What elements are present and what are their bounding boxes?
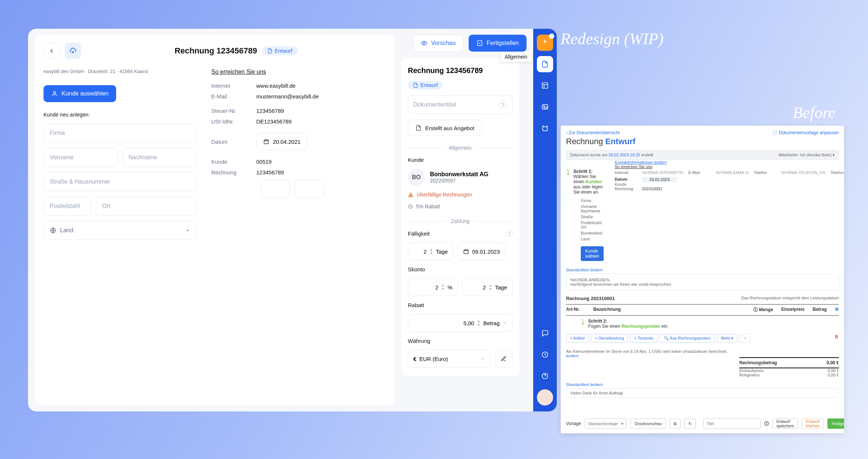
bf-stdtext-link-2[interactable]: Standardtext ändern — [566, 382, 839, 387]
help-icon[interactable]: ? — [499, 101, 507, 109]
stepper-icon[interactable]: ▲▼ — [477, 319, 480, 327]
document-title-input[interactable]: Dokumententitel ? — [408, 95, 513, 114]
info-icon[interactable]: ⓘ — [764, 421, 769, 427]
bf-step2: ⤵ Schritt 2:Fügen Sie einen Rechnungspos… — [581, 319, 839, 329]
due-label: Fälligkeit ? — [408, 230, 513, 237]
nav-shop[interactable] — [537, 120, 553, 136]
discount-badge: 5% Rabatt — [408, 204, 513, 209]
v-email: mustermann@easybill.de — [256, 93, 319, 100]
bf-finish-button[interactable]: Fertigstellen — [827, 418, 844, 429]
due-date-picker[interactable]: 09.01.2023 — [458, 243, 505, 260]
redesign-label: Redesign (WIP) — [560, 29, 664, 48]
nav-chat[interactable] — [537, 325, 553, 341]
bf-add-row: + Artikel + Dienstleistung + Textzeile 🔍… — [566, 334, 839, 342]
bf-preview-button[interactable]: Druckvorschau — [631, 418, 666, 429]
customer-row[interactable]: BO Bonbonwerkstatt AG 202200597 — [408, 169, 513, 186]
stepper-icon[interactable]: ▲▼ — [430, 248, 433, 255]
svg-point-3 — [423, 42, 425, 44]
side-status-badge: Entwurf — [408, 81, 443, 90]
date-picker[interactable]: 20.04.2021 — [256, 133, 308, 150]
trash-icon[interactable]: 🗑 — [834, 334, 839, 342]
select-customer-button[interactable]: Kunde auswählen — [44, 85, 116, 102]
v-customer: 00519 — [256, 159, 272, 165]
v-taxno: 123456789 — [256, 108, 284, 114]
street-field[interactable] — [44, 172, 197, 191]
due-help-icon[interactable]: ? — [506, 230, 513, 237]
nav-layout[interactable] — [537, 77, 553, 94]
bf-title-input[interactable] — [703, 418, 761, 429]
bf-add-more[interactable]: Mehr ▾ — [717, 334, 737, 342]
preview-button[interactable]: Vorschau — [413, 35, 463, 52]
bf-add-service[interactable]: + Dienstleistung — [591, 334, 628, 342]
cloud-sync-icon[interactable] — [65, 43, 81, 59]
firstname-field[interactable] — [44, 148, 118, 167]
bf-address-block: FirmaVorname NachnameStraßePostleitzahl … — [581, 198, 604, 241]
company-field[interactable] — [44, 124, 197, 143]
from-offer-button[interactable]: Erstellt aus Angebot — [408, 120, 482, 136]
finish-label: Fertigstellen — [487, 40, 519, 46]
bf-address-line: Bundesland — [581, 231, 604, 235]
bf-address-line: Land — [581, 237, 604, 241]
side-nav: Allgemein — [533, 29, 557, 411]
gear-icon[interactable]: ⚙ — [835, 307, 839, 313]
bf-refresh[interactable]: ↻ — [684, 418, 696, 429]
nav-notification[interactable] — [537, 35, 553, 51]
skonto-days-stepper[interactable]: ▲▼ Tage — [462, 278, 513, 296]
bf-contact-row: Internet%FIRMA.INTERNET% — [615, 170, 683, 175]
before-label: Before — [793, 103, 836, 122]
stepper-icon[interactable]: ▲▼ — [489, 284, 492, 291]
bf-select-customer-button[interactable]: Kunde wählen — [581, 246, 604, 261]
due-date-value: 09.01.2023 — [472, 248, 500, 255]
skonto-days[interactable] — [473, 284, 486, 291]
nav-document[interactable] — [537, 56, 553, 72]
skonto-pct-stepper[interactable]: ▲▼ % — [408, 278, 458, 296]
skonto-days-unit: Tage — [495, 284, 507, 291]
bf-thanks[interactable]: Vielen Dank für Ihren Auftrag! — [566, 388, 839, 398]
back-button[interactable] — [44, 43, 60, 59]
bf-delete-button[interactable]: Entwurf löschen — [802, 418, 824, 429]
skonto-value[interactable] — [425, 284, 438, 291]
v-ustid: DE123456789 — [256, 118, 292, 125]
extra-field-1[interactable] — [261, 180, 290, 198]
bf-add-text[interactable]: + Textzeile — [630, 334, 657, 342]
bf-textarea[interactable]: %KUNDE.ANREDE%, nachfolgend berechnen wi… — [566, 274, 839, 291]
arrow-down-icon: ⤵ — [566, 169, 570, 176]
bf-template-select[interactable]: Standardvorlage ▾ — [585, 418, 627, 429]
bf-list-toggle[interactable]: ≡ — [740, 334, 750, 342]
edit-currency-button[interactable] — [495, 350, 513, 368]
rabatt-stepper[interactable]: ▲▼ Betrag — [408, 314, 513, 332]
lastname-field[interactable] — [122, 148, 197, 167]
bf-stdtext-link[interactable]: Standardtext ändern — [566, 268, 839, 272]
bf-add-article[interactable]: + Artikel — [566, 334, 588, 342]
bf-smallbiz-link[interactable]: ändern — [566, 354, 579, 358]
svg-point-0 — [53, 91, 56, 94]
nav-help[interactable] — [537, 368, 553, 384]
bf-add-from[interactable]: 🔍 Aus Rechnungsposten — [660, 334, 715, 342]
bf-edit-bar: Dokument wurde am 20.02.2023 19:25 erste… — [566, 150, 839, 160]
nav-image[interactable] — [537, 99, 553, 115]
bf-address-line: Vorname Nachname — [581, 204, 604, 213]
side-panel: Rechnung 123456789 Entwurf Dokumententit… — [401, 58, 519, 376]
due-days-stepper[interactable]: ▲▼ Tage — [408, 243, 453, 260]
stepper-icon[interactable]: ▲▼ — [441, 284, 445, 291]
overdue-badge[interactable]: Überfällige Rechnungen — [408, 192, 513, 198]
bf-save-button[interactable]: Entwurf speichern — [772, 418, 798, 429]
doc-title-placeholder: Dokumententitel — [413, 101, 456, 108]
zip-field[interactable] — [44, 197, 91, 216]
finish-button[interactable]: Fertigstellen — [469, 35, 527, 52]
currency-select[interactable]: € EUR (Euro) — [408, 350, 490, 368]
bf-contact-edit-link[interactable]: Kontaktinformationen ändern — [615, 160, 844, 164]
due-days-value[interactable] — [413, 248, 427, 255]
bf-template-link[interactable]: 📄 Dokumentenvorlage anpassen — [772, 130, 839, 135]
user-avatar[interactable] — [537, 389, 553, 406]
country-select[interactable]: Land — [44, 221, 197, 240]
bf-back-link[interactable]: ‹ Zur Dokumentenübersicht — [566, 130, 619, 135]
nav-history[interactable] — [537, 347, 553, 363]
bf-open-external[interactable]: ⧉ — [670, 418, 681, 429]
select-customer-label: Kunde auswählen — [62, 90, 108, 97]
rabatt-value[interactable] — [452, 320, 474, 326]
extra-field-2[interactable] — [295, 180, 324, 198]
bf-staff-select[interactable]: Ich (Annika Ibels) — [800, 153, 831, 157]
contact-header[interactable]: So erreichen Sie uns — [211, 69, 266, 75]
city-field[interactable] — [96, 197, 197, 216]
